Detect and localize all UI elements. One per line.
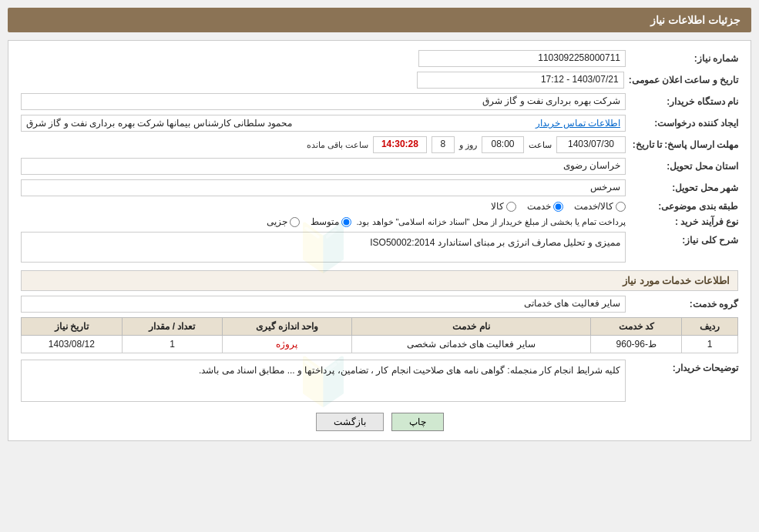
tabaqe-row: طبقه بندی موضوعی: کالا/خدمت خدمت کالا	[21, 201, 738, 212]
roz-value: 8	[432, 136, 455, 153]
ijad-konande-value: اطلاعات تماس خریدار محمود سلطانی کارشناس…	[21, 115, 626, 132]
cell-tarikh: 1403/08/12	[22, 336, 123, 353]
main-card: شماره نیاز: 1103092258000711 تاریخ و ساع…	[8, 40, 751, 441]
sharh-value: ممیزی و تحلیل مصارف انرژی بر مبنای استان…	[370, 237, 620, 248]
cell-vahed[interactable]: پروژه	[223, 336, 351, 353]
sharh-value-box: 🔰 ممیزی و تحلیل مصارف انرژی بر مبنای است…	[21, 232, 626, 263]
watermark2: 🔰	[294, 353, 352, 408]
button-row: چاپ بازگشت	[21, 413, 738, 431]
noe-tariqe-jozi[interactable]: جزیی	[267, 216, 300, 227]
mohlat-row: مهلت ارسال پاسخ: تا تاریخ: 1403/07/30 سا…	[21, 136, 738, 153]
shomara-niaz-row: شماره نیاز: 1103092258000711	[21, 50, 738, 67]
grohe-khedmat-row: گروه خدمت: سایر فعالیت های خدماتی	[21, 296, 738, 313]
توضیحات-row: توضیحات خریدار: 🔰 کلیه شرایط انجام کار م…	[21, 360, 738, 402]
noe-tariqe-row: نوع فرآیند خرید : پرداخت تمام یا بخشی از…	[21, 216, 738, 227]
col-radif: ردیف	[682, 318, 738, 336]
sharh-row: شرح کلی نیاز: 🔰 ممیزی و تحلیل مصارف انرژ…	[21, 232, 738, 263]
ostan-label: استان محل تحویل:	[630, 161, 738, 172]
sharh-label: شرح کلی نیاز:	[630, 232, 738, 246]
roz-o-label: روز و	[459, 140, 477, 150]
col-nam: نام خدمت	[351, 318, 591, 336]
ijad-konande-row: ایجاد کننده درخواست: اطلاعات تماس خریدار…	[21, 115, 738, 132]
watermark: 🔰	[294, 220, 352, 275]
shomara-niaz-value: 1103092258000711	[418, 50, 626, 67]
ijad-konande-text: محمود سلطانی کارشناس بیمانها شرکت بهره ب…	[26, 118, 292, 129]
saat-value: 08:00	[482, 136, 524, 153]
shahr-value: سرخس	[21, 179, 626, 196]
tabaqe-label: طبقه بندی موضوعی:	[630, 201, 738, 212]
page-wrapper: جزئیات اطلاعات نیاز شماره نیاز: 11030922…	[0, 0, 759, 532]
table-row: 1 ط-96-960 سایر فعالیت های خدماتی شخصی پ…	[22, 336, 738, 353]
ijad-konande-label: ایجاد کننده درخواست:	[630, 118, 738, 129]
time-remain: 14:30:28	[373, 136, 427, 153]
mohlat-values: 1403/07/30 ساعت 08:00 روز و 8 14:30:28 س…	[307, 136, 626, 153]
ostan-value: خراسان رضوی	[21, 158, 626, 175]
shomara-niaz-label: شماره نیاز:	[630, 53, 738, 64]
saat-baghi-label: ساعت باقی مانده	[307, 140, 368, 150]
noe-tariqe-motavasset[interactable]: متوسط	[311, 216, 351, 227]
col-kod: کد خدمت	[591, 318, 682, 336]
date-value: 1403/07/30	[556, 136, 626, 153]
tabaqe-radio-khedmat[interactable]: خدمت	[527, 201, 563, 212]
tabaqe-radio-kala[interactable]: کالا	[491, 201, 516, 212]
nam-dastgah-row: نام دستگاه خریدار: شرکت بهره برداری نفت …	[21, 93, 738, 110]
cell-kod: ط-96-960	[591, 336, 682, 353]
tabaqe-radio-kala-khedmat[interactable]: کالا/خدمت	[574, 201, 626, 212]
cell-tedad: 1	[122, 336, 223, 353]
grohe-khedmat-value: سایر فعالیت های خدماتی	[21, 296, 626, 313]
etelaat-tamas-link[interactable]: اطلاعات تماس خریدار	[536, 118, 620, 129]
page-header: جزئیات اطلاعات نیاز	[8, 8, 751, 32]
grohe-khedmat-label: گروه خدمت:	[630, 299, 738, 309]
tabaqe-radio-group: کالا/خدمت خدمت کالا	[491, 201, 626, 212]
col-vahed: واحد اندازه گیری	[223, 318, 351, 336]
noe-tariqe-content: پرداخت تمام یا بخشی از مبلغ خریدار از مح…	[21, 216, 626, 227]
cell-nam: سایر فعالیت های خدماتی شخصی	[351, 336, 591, 353]
date-announce-value: 1403/07/21 - 17:12	[417, 72, 623, 89]
noe-tariqe-radio-group: متوسط جزیی	[267, 216, 351, 227]
chap-button[interactable]: چاپ	[391, 413, 444, 431]
khadamat-section-header: اطلاعات خدمات مورد نیاز	[21, 270, 738, 291]
date-announce-label: تاریخ و ساعت اعلان عمومی:	[629, 75, 738, 85]
توضیحات-label: توضیحات خریدار:	[630, 360, 738, 373]
col-tarikh: تاریخ نیاز	[22, 318, 123, 336]
date-announce-row: تاریخ و ساعت اعلان عمومی: 1403/07/21 - 1…	[21, 72, 738, 89]
col-tedad: تعداد / مقدار	[122, 318, 223, 336]
shahr-row: شهر محل تحویل: سرخس	[21, 179, 738, 196]
cell-radif: 1	[682, 336, 738, 353]
ostan-row: استان محل تحویل: خراسان رضوی	[21, 158, 738, 175]
page-title: جزئیات اطلاعات نیاز	[650, 14, 741, 26]
noe-tariqe-text: پرداخت تمام یا بخشی از مبلغ خریدار از مح…	[356, 217, 626, 227]
bazgasht-button[interactable]: بازگشت	[316, 413, 384, 431]
services-table: ردیف کد خدمت نام خدمت واحد اندازه گیری ت…	[21, 317, 738, 353]
mohlat-label: مهلت ارسال پاسخ: تا تاریخ:	[630, 139, 738, 150]
توضیحات-value: کلیه شرایط انجام کار منجمله: گواهی نامه …	[199, 365, 620, 376]
saat-label: ساعت	[529, 140, 552, 150]
shahr-label: شهر محل تحویل:	[630, 182, 738, 193]
توضیحات-value-box: 🔰 کلیه شرایط انجام کار منجمله: گواهی نام…	[21, 360, 626, 402]
noe-tariqe-label: نوع فرآیند خرید :	[630, 216, 738, 227]
nam-dastgah-value: شرکت بهره برداری نفت و گاز شرق	[21, 93, 626, 110]
nam-dastgah-label: نام دستگاه خریدار:	[630, 96, 738, 107]
